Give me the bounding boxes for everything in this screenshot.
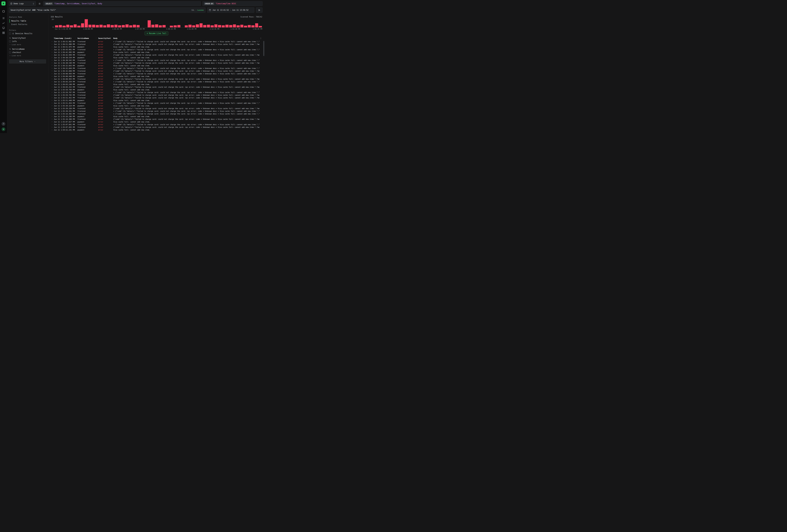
- search-input[interactable]: [10, 9, 188, 11]
- mode-results-table[interactable]: Results Table: [9, 19, 46, 23]
- histogram-bar[interactable]: [148, 20, 151, 27]
- row-expand-chevron[interactable]: ›: [51, 70, 54, 72]
- histogram-bar[interactable]: [107, 24, 110, 27]
- select-clause-input[interactable]: SELECT Timestamp, ServiceName, SeverityT…: [43, 1, 201, 6]
- row-expand-chevron[interactable]: ›: [51, 43, 54, 45]
- histogram-bar[interactable]: [211, 25, 214, 27]
- table-row[interactable]: ›Jun 11 1:56:32.849 PMfrontenderror× {"c…: [51, 67, 262, 69]
- histogram-bar[interactable]: [155, 24, 158, 27]
- table-row[interactable]: ›Jun 11 1:55:59.767 PMfrontenderror× {"c…: [51, 91, 262, 94]
- table-row[interactable]: ›Jun 11 1:56:43.001 PMfrontenderror× {"c…: [51, 48, 262, 51]
- logs-nav-button[interactable]: [2, 17, 5, 20]
- sessions-nav-button[interactable]: [2, 26, 5, 29]
- row-expand-chevron[interactable]: ›: [51, 78, 54, 80]
- histogram-bar[interactable]: [163, 25, 166, 27]
- row-expand-chevron[interactable]: ›: [51, 40, 54, 42]
- row-expand-chevron[interactable]: ›: [51, 65, 54, 67]
- table-scrollbar[interactable]: [263, 41, 264, 132]
- histogram-bar[interactable]: [118, 25, 121, 27]
- lucene-mode-option[interactable]: Lucene: [197, 9, 204, 11]
- histogram-bar[interactable]: [226, 25, 229, 27]
- histogram-bar[interactable]: [248, 25, 251, 27]
- row-expand-chevron[interactable]: ›: [51, 86, 54, 88]
- histogram-bar[interactable]: [92, 25, 95, 27]
- denoise-checkbox[interactable]: [9, 33, 11, 35]
- histogram-bar[interactable]: [218, 25, 221, 27]
- table-row[interactable]: ›Jun 11 1:56:32.848 PMfrontenderror{"cod…: [51, 69, 262, 72]
- histogram-bar[interactable]: [70, 25, 73, 27]
- table-row[interactable]: ›Jun 11 1:56:42.995 PMpaymenterrorVisa c…: [51, 51, 262, 54]
- row-expand-chevron[interactable]: ›: [51, 67, 54, 69]
- row-expand-chevron[interactable]: ›: [51, 48, 54, 50]
- row-expand-chevron[interactable]: ›: [51, 83, 54, 85]
- row-expand-chevron[interactable]: ›: [51, 72, 54, 75]
- table-row[interactable]: ›Jun 11 1:56:03.252 PMfrontenderror{"cod…: [51, 86, 262, 88]
- table-row[interactable]: ›Jun 11 1:55:16.300 PMfrontenderror{"cod…: [51, 118, 262, 121]
- denoise-results-toggle[interactable]: Denoise Results: [9, 33, 46, 35]
- sql-mode-option[interactable]: SQL: [191, 9, 194, 11]
- help-button[interactable]: ?: [2, 122, 5, 126]
- histogram-bar[interactable]: [203, 25, 206, 27]
- order-by-input[interactable]: ORDER BY TimestampTime DESC: [203, 1, 262, 6]
- table-row[interactable]: ›Jun 11 1:56:51.975 PMpaymenterrorVisa c…: [51, 45, 262, 48]
- histogram-bar[interactable]: [77, 26, 81, 27]
- histogram-bar[interactable]: [114, 25, 118, 27]
- histogram-bar[interactable]: [188, 25, 192, 27]
- row-expand-chevron[interactable]: ›: [51, 110, 54, 112]
- row-expand-chevron[interactable]: ›: [51, 121, 54, 123]
- column-resize-handle[interactable]: ⋮: [95, 37, 97, 39]
- table-row[interactable]: ›Jun 11 1:55:39.324 PMpaymenterrorVisa c…: [51, 104, 262, 107]
- table-row[interactable]: ›Jun 11 1:55:51.454 PMfrontenderror× {"c…: [51, 102, 262, 104]
- histogram-bar[interactable]: [185, 25, 188, 27]
- row-expand-chevron[interactable]: ›: [51, 94, 54, 96]
- histogram-bar[interactable]: [63, 26, 66, 27]
- histogram-bar[interactable]: [103, 25, 106, 27]
- more-filters-button[interactable]: More filters: [9, 59, 46, 64]
- row-expand-chevron[interactable]: ›: [51, 113, 54, 115]
- histogram-bar[interactable]: [136, 25, 140, 27]
- row-expand-chevron[interactable]: ›: [51, 75, 54, 77]
- row-expand-chevron[interactable]: ›: [51, 46, 54, 48]
- table-row[interactable]: ›Jun 11 1:56:38.534 PMpaymenterrorVisa c…: [51, 56, 262, 59]
- run-query-button[interactable]: [256, 7, 262, 13]
- user-avatar[interactable]: U: [2, 127, 5, 131]
- row-expand-chevron[interactable]: ›: [51, 81, 54, 83]
- table-row[interactable]: ›Jun 11 1:56:08.948 PMpaymenterrorVisa c…: [51, 75, 262, 78]
- table-row[interactable]: ›Jun 11 1:56:03.254 PMfrontenderror× {"c…: [51, 80, 262, 83]
- histogram-bar[interactable]: [133, 25, 136, 27]
- histogram-bar[interactable]: [122, 25, 125, 27]
- column-resize-handle[interactable]: ⋮: [111, 37, 112, 39]
- histogram-bar[interactable]: [100, 25, 103, 27]
- row-expand-chevron[interactable]: ›: [51, 107, 54, 109]
- row-expand-chevron[interactable]: ›: [51, 89, 54, 91]
- histogram-bar[interactable]: [85, 19, 88, 27]
- table-row[interactable]: ›Jun 11 1:55:16.296 PMpaymenterrorVisa c…: [51, 115, 262, 118]
- table-row[interactable]: ›Jun 11 1:56:38.540 PMfrontenderror{"cod…: [51, 62, 262, 64]
- histogram-bar[interactable]: [125, 24, 129, 27]
- histogram-bar[interactable]: [96, 25, 99, 27]
- row-expand-chevron[interactable]: ›: [51, 97, 54, 99]
- dashboards-nav-button[interactable]: [2, 31, 5, 34]
- table-row[interactable]: ›Jun 11 1:56:03.248 PMpaymenterrorVisa c…: [51, 83, 262, 86]
- chart-explorer-nav-button[interactable]: [2, 22, 5, 24]
- app-logo[interactable]: [1, 1, 5, 5]
- row-expand-chevron[interactable]: ›: [51, 59, 54, 61]
- histogram-bar[interactable]: [229, 25, 232, 27]
- histogram-bar[interactable]: [240, 25, 243, 27]
- table-row[interactable]: ›Jun 11 1:56:08.955 PMfrontenderror{"cod…: [51, 78, 262, 80]
- histogram-bar[interactable]: [81, 23, 84, 27]
- source-selector[interactable]: Demo Logs: [9, 1, 36, 6]
- table-row[interactable]: ›Jun 11 1:56:42.999 PMfrontenderror{"cod…: [51, 54, 262, 56]
- histogram-bar[interactable]: [129, 25, 132, 27]
- histogram-bar[interactable]: [222, 25, 225, 27]
- histogram-bar[interactable]: [151, 25, 154, 27]
- row-expand-chevron[interactable]: ›: [51, 91, 54, 93]
- histogram-bar[interactable]: [177, 25, 180, 27]
- table-row[interactable]: ›Jun 11 1:56:32.843 PMpaymenterrorVisa c…: [51, 64, 262, 67]
- histogram-bar[interactable]: [74, 24, 77, 27]
- row-expand-chevron[interactable]: ›: [51, 115, 54, 118]
- table-row[interactable]: ›Jun 11 1:55:07.827 PMpaymenterrorVisa c…: [51, 121, 262, 123]
- histogram-bar[interactable]: [55, 25, 58, 27]
- table-row[interactable]: ›Jun 11 1:55:07.841 PMfrontenderror× {"c…: [51, 123, 262, 126]
- scrollbar-thumb[interactable]: [263, 41, 264, 56]
